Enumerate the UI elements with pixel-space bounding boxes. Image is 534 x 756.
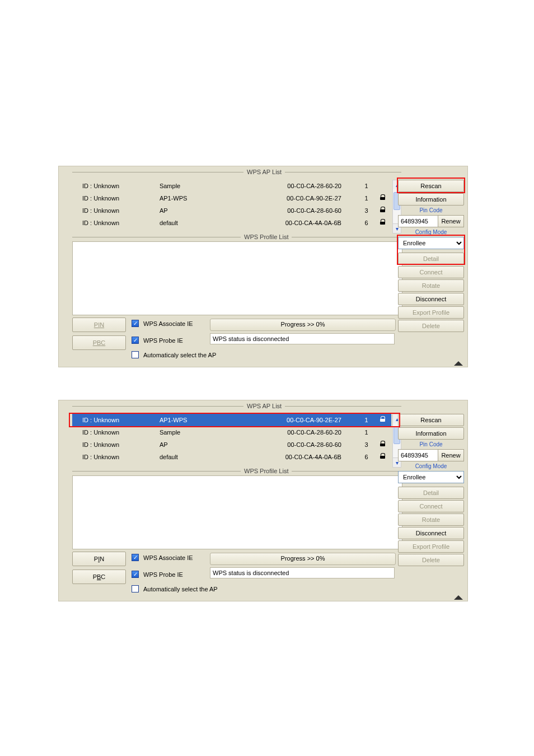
ap-mac: 00-C0-CA-28-60-60 bbox=[247, 438, 358, 451]
delete-button: Delete bbox=[398, 554, 464, 566]
pin-button: PIN bbox=[72, 318, 126, 332]
ap-list-row[interactable]: ID : UnknownAP00-C0-CA-28-60-603 bbox=[72, 204, 391, 217]
ap-channel: 6 bbox=[358, 217, 375, 229]
export-profile-button: Export Profile bbox=[398, 540, 464, 553]
ap-list-row[interactable]: ID : UnknownSample00-C0-CA-28-60-201 bbox=[72, 426, 391, 438]
profile-list-divider bbox=[72, 471, 401, 472]
renew-button[interactable]: Renew bbox=[438, 215, 464, 227]
pin-button[interactable]: PIN bbox=[72, 552, 126, 566]
collapse-icon[interactable] bbox=[449, 361, 467, 367]
ap-lock bbox=[374, 192, 391, 204]
ap-list: ID : UnknownAP1-WPS00-C0-CA-90-2E-271ID … bbox=[72, 414, 391, 468]
wps-probe-ie-checkbox[interactable]: WPS Probe IE bbox=[132, 337, 183, 344]
ap-ssid: Sample bbox=[160, 180, 248, 192]
lock-icon bbox=[380, 207, 386, 213]
profile-list[interactable] bbox=[72, 475, 402, 549]
progress-bar: Progress >> 0% bbox=[210, 553, 396, 565]
wps-probe-ie-checkbox[interactable]: WPS Probe IE bbox=[132, 571, 183, 578]
connect-button: Connect bbox=[398, 500, 464, 512]
checkbox-icon bbox=[132, 351, 139, 358]
profile-list[interactable] bbox=[72, 241, 402, 315]
progress-bar: Progress >> 0% bbox=[210, 319, 396, 331]
lock-icon bbox=[380, 441, 386, 447]
ap-channel: 3 bbox=[358, 438, 375, 451]
ap-list-row[interactable]: ID : Unknowndefault00-C0-CA-4A-0A-6B6 bbox=[72, 451, 391, 463]
detail-button: Detail bbox=[398, 253, 464, 265]
ap-channel: 1 bbox=[358, 180, 375, 192]
ap-list-row[interactable]: ID : Unknowndefault00-C0-CA-4A-0A-6B6 bbox=[72, 217, 391, 229]
lock-icon bbox=[380, 453, 386, 459]
ap-channel: 1 bbox=[358, 426, 375, 438]
ap-ssid: default bbox=[160, 217, 248, 229]
ap-list: ID : UnknownSample00-C0-CA-28-60-201ID :… bbox=[72, 180, 391, 234]
ap-mac: 00-C0-CA-90-2E-27 bbox=[247, 414, 358, 426]
ap-id: ID : Unknown bbox=[72, 192, 160, 204]
lock-icon bbox=[380, 194, 386, 200]
ap-ssid: AP1-WPS bbox=[160, 414, 248, 426]
information-button[interactable]: Information bbox=[398, 193, 464, 206]
checkbox-icon bbox=[132, 320, 139, 327]
ap-id: ID : Unknown bbox=[72, 426, 160, 438]
pin-code-input[interactable]: 64893945 bbox=[398, 449, 438, 461]
pbc-button[interactable]: PBC bbox=[72, 570, 126, 584]
pin-code-input[interactable]: 64893945 bbox=[398, 215, 438, 227]
ap-channel: 6 bbox=[358, 451, 375, 463]
delete-button: Delete bbox=[398, 320, 464, 332]
wps-associate-ie-checkbox[interactable]: WPS Associate IE bbox=[132, 320, 193, 327]
side-buttons: Rescan Information Pin Code 64893945 Ren… bbox=[398, 180, 464, 333]
rotate-button: Rotate bbox=[398, 279, 464, 292]
wps-probe-ie-label: WPS Probe IE bbox=[143, 571, 183, 578]
checkbox-icon bbox=[132, 585, 139, 592]
profile-list-title: WPS Profile List bbox=[241, 468, 292, 474]
auto-select-ap-checkbox[interactable]: Automaticaly select the AP bbox=[132, 351, 216, 358]
rescan-button[interactable]: Rescan bbox=[398, 180, 464, 192]
ap-ssid: AP bbox=[160, 438, 248, 451]
rotate-button: Rotate bbox=[398, 514, 464, 526]
auto-select-ap-checkbox[interactable]: Automatically select the AP bbox=[132, 585, 218, 592]
pin-code-label: Pin Code bbox=[398, 441, 464, 449]
export-profile-button: Export Profile bbox=[398, 306, 464, 319]
ap-id: ID : Unknown bbox=[72, 451, 160, 463]
profile-list-divider bbox=[72, 237, 401, 237]
ap-list-row[interactable]: ID : UnknownAP1-WPS00-C0-CA-90-2E-271 bbox=[72, 192, 391, 204]
disconnect-button[interactable]: Disconnect bbox=[398, 527, 464, 539]
ap-list-row[interactable]: ID : UnknownSample00-C0-CA-28-60-201 bbox=[72, 180, 391, 192]
ap-id: ID : Unknown bbox=[72, 217, 160, 229]
wps-status: WPS status is disconnected bbox=[210, 567, 395, 578]
renew-button[interactable]: Renew bbox=[438, 449, 464, 461]
ap-lock bbox=[374, 438, 391, 451]
ap-list-row[interactable]: ID : UnknownAP1-WPS00-C0-CA-90-2E-271 bbox=[72, 414, 391, 426]
lock-icon bbox=[380, 219, 386, 225]
information-button[interactable]: Information bbox=[398, 427, 464, 440]
config-mode-label: Config Mode bbox=[398, 463, 464, 470]
ap-id: ID : Unknown bbox=[72, 438, 160, 451]
ap-ssid: AP bbox=[160, 204, 248, 217]
ap-list-row[interactable]: ID : UnknownAP00-C0-CA-28-60-603 bbox=[72, 438, 391, 451]
config-mode-label: Config Mode bbox=[398, 228, 464, 236]
collapse-icon[interactable] bbox=[449, 595, 467, 601]
wps-panel-1: WPS AP List ID : UnknownSample00-C0-CA-2… bbox=[58, 166, 468, 367]
ap-id: ID : Unknown bbox=[72, 414, 160, 426]
ap-mac: 00-C0-CA-28-60-20 bbox=[247, 426, 358, 438]
ap-channel: 1 bbox=[358, 414, 375, 426]
disconnect-button[interactable]: Disconnect bbox=[398, 293, 464, 305]
auto-select-ap-label: Automatically select the AP bbox=[143, 586, 218, 592]
ap-mac: 00-C0-CA-4A-0A-6B bbox=[247, 451, 358, 463]
ap-mac: 00-C0-CA-28-60-20 bbox=[247, 180, 358, 192]
checkbox-icon bbox=[132, 554, 139, 561]
ap-mac: 00-C0-CA-28-60-60 bbox=[247, 204, 358, 217]
wps-panel-2: WPS AP List ID : UnknownAP1-WPS00-C0-CA-… bbox=[58, 400, 468, 601]
wps-associate-ie-label: WPS Associate IE bbox=[143, 554, 193, 561]
ap-channel: 1 bbox=[358, 192, 375, 204]
rescan-button[interactable]: Rescan bbox=[398, 414, 464, 426]
wps-associate-ie-checkbox[interactable]: WPS Associate IE bbox=[132, 554, 193, 561]
pbc-button: PBC bbox=[72, 335, 126, 350]
config-mode-select[interactable]: Enrollee bbox=[398, 471, 464, 483]
ap-list-title: WPS AP List bbox=[243, 169, 285, 175]
connect-button: Connect bbox=[398, 266, 464, 278]
side-buttons: Rescan Information Pin Code 64893945 Ren… bbox=[398, 414, 464, 567]
ap-channel: 3 bbox=[358, 204, 375, 217]
lock-icon bbox=[380, 416, 386, 422]
wps-associate-ie-label: WPS Associate IE bbox=[143, 320, 193, 327]
config-mode-select[interactable]: Enrollee bbox=[398, 237, 464, 249]
